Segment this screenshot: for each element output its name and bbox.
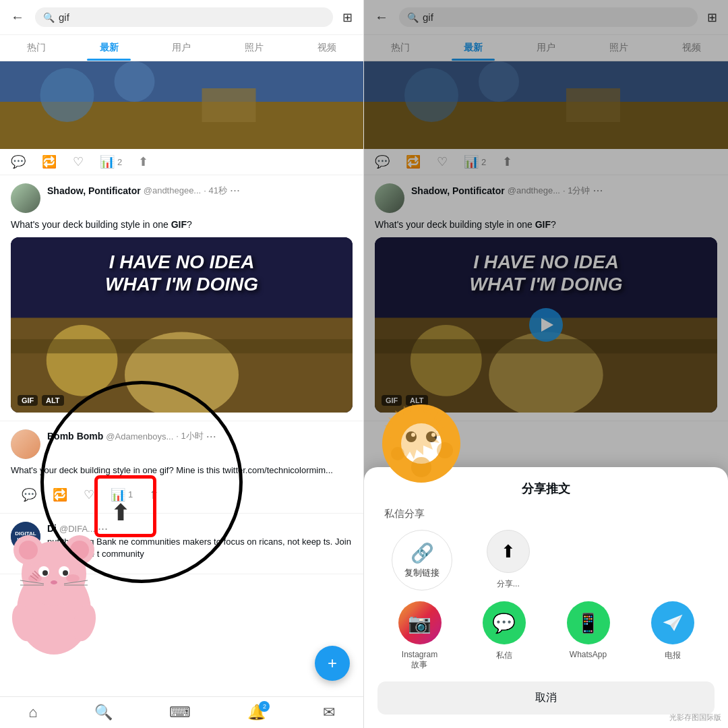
left-tab-users[interactable]: 用户 — [146, 35, 218, 61]
tweet2-header: Bomb Bomb @Adamenboys... · 1小时 ··· — [11, 429, 353, 459]
like-icon[interactable]: ♡ — [73, 154, 84, 169]
svg-point-2 — [40, 68, 94, 122]
right-panel: ← 🔍 gif ⊞ 热门 最新 用户 照片 视频 💬 🔁 ♡ — [364, 0, 728, 728]
t2-like-icon[interactable]: ♡ — [84, 487, 94, 502]
t2-share-icon[interactable]: ⬆ — [149, 488, 159, 502]
alt-badge: ALT — [42, 395, 64, 406]
tweet2-text: What's your deck building style in one g… — [11, 464, 353, 477]
cancel-button[interactable]: 取消 — [377, 681, 715, 715]
tweet1-time: · 41秒 — [204, 185, 227, 197]
instagram-label: Instagram故事 — [402, 650, 437, 671]
nav-keyboard[interactable]: ⌨ — [169, 704, 191, 721]
svg-point-18 — [42, 570, 48, 576]
copy-link-item[interactable]: 🔗 复制链接 — [392, 530, 452, 590]
system-share-label: 分享... — [497, 578, 520, 590]
whatsapp-icon-circle[interactable]: 📱 — [567, 601, 610, 644]
svg-point-3 — [115, 61, 155, 102]
telegram-item[interactable]: 电报 — [646, 601, 700, 661]
share-btn-container: ⬆ — [149, 487, 159, 502]
telegram-svg-icon — [661, 611, 685, 635]
left-tweet-1: Shadow, Pontificator @andthegee... · 41秒… — [0, 175, 363, 421]
stats-group: 📊 2 — [100, 154, 122, 169]
left-filter-icon[interactable]: ⊞ — [342, 10, 353, 25]
instagram-stories-item[interactable]: 📷 Instagram故事 — [393, 601, 447, 671]
left-tab-latest[interactable]: 最新 — [73, 35, 146, 61]
left-tab-trending[interactable]: 热门 — [0, 35, 73, 61]
left-tweet-2: Bomb Bomb @Adamenboys... · 1小时 ··· What'… — [0, 421, 363, 514]
stats-count: 2 — [117, 157, 122, 167]
nav-mail[interactable]: ✉ — [323, 704, 335, 721]
nav-search[interactable]: 🔍 — [94, 704, 113, 721]
fab-button[interactable]: + — [315, 646, 350, 681]
copy-link-text: 复制链接 — [404, 567, 439, 579]
messages-icon-circle[interactable]: 💬 — [483, 601, 526, 644]
nav-home[interactable]: ⌂ — [28, 704, 37, 721]
retweet-icon[interactable]: 🔁 — [42, 154, 57, 169]
svg-point-48 — [411, 457, 431, 477]
telegram-label: 电报 — [665, 650, 681, 661]
cartoon-mouse — [0, 523, 115, 661]
t2-retweet-icon[interactable]: 🔁 — [53, 487, 67, 502]
stats-icon[interactable]: 📊 — [100, 154, 115, 169]
svg-point-20 — [51, 580, 57, 584]
left-tab-videos[interactable]: 视频 — [291, 35, 363, 61]
tweet2-prefix: Bomb — [47, 431, 74, 442]
tweet2-time: · 1小时 — [176, 430, 203, 442]
tweet1-more[interactable]: ··· — [230, 183, 240, 198]
left-image-strip — [0, 61, 363, 149]
share-item[interactable]: ⬆ 分享... — [481, 530, 535, 590]
tweet1-name: Shadow, Pontificator — [47, 185, 141, 196]
share-sheet: 分享推文 私信分享 🔗 复制链接 ⬆ 分享... — [364, 467, 728, 728]
gif-badge: GIF — [18, 395, 38, 406]
whatsapp-item[interactable]: 📱 WhatsApp — [562, 601, 615, 659]
share-row-1: 🔗 复制链接 ⬆ 分享... — [377, 530, 715, 590]
svg-rect-4 — [202, 88, 256, 122]
copy-link-circle[interactable]: 🔗 复制链接 — [392, 530, 452, 590]
svg-point-49 — [391, 447, 404, 460]
svg-point-22 — [66, 574, 80, 582]
t2-comment-icon[interactable]: 💬 — [22, 487, 36, 502]
messages-item[interactable]: 💬 私信 — [477, 601, 531, 661]
t2-stats-count: 1 — [128, 489, 133, 499]
system-share-circle[interactable]: ⬆ — [487, 530, 530, 573]
tweet2-avatar — [11, 429, 40, 459]
left-back-button[interactable]: ← — [11, 9, 30, 25]
telegram-icon-circle[interactable] — [651, 601, 694, 644]
tweet2-handle: @Adamenboys... — [106, 431, 173, 442]
left-tab-photos[interactable]: 照片 — [218, 35, 291, 61]
share-icon-top[interactable]: ⬆ — [138, 154, 148, 169]
left-search-bar[interactable]: 🔍 gif — [35, 7, 333, 27]
donut-character — [377, 400, 465, 487]
tweet1-text: What's your deck building style in one G… — [11, 218, 353, 232]
tweet2-more[interactable]: ··· — [206, 429, 216, 444]
left-search-text: gif — [59, 11, 69, 23]
tweet2-actions: 💬 🔁 ♡ 📊 1 ⬆ — [11, 482, 353, 505]
left-search-icon: 🔍 — [43, 12, 55, 23]
copy-link-icon: 🔗 — [411, 542, 434, 564]
messages-icon: 💬 — [492, 612, 516, 634]
tweet1-avatar — [11, 183, 40, 213]
comment-icon[interactable]: 💬 — [11, 154, 26, 169]
svg-point-50 — [437, 442, 453, 458]
whatsapp-icon: 📱 — [576, 612, 600, 634]
tweet2-meta: Bomb Bomb @Adamenboys... · 1小时 ··· — [47, 429, 353, 444]
tweet1-meta: Shadow, Pontificator @andthegee... · 41秒… — [47, 183, 353, 198]
left-gif-container[interactable]: I HAVE NO IDEA WHAT I'M DOING GIF ALT — [11, 237, 353, 413]
instagram-icon: 📷 — [408, 612, 431, 634]
left-top-action-bar: 💬 🔁 ♡ 📊 2 ⬆ — [0, 149, 363, 175]
svg-point-7 — [47, 325, 118, 396]
left-header: ← 🔍 gif ⊞ — [0, 0, 363, 35]
nav-bell-container: 🔔 2 — [247, 704, 266, 721]
left-panel: ← 🔍 gif ⊞ 热门 最新 用户 照片 视频 💬 🔁 ♡ — [0, 0, 364, 728]
messages-label: 私信 — [496, 650, 512, 661]
whatsapp-label: WhatsApp — [570, 650, 607, 659]
svg-rect-9 — [11, 339, 353, 353]
nav-badge: 2 — [259, 701, 270, 712]
share-row-2: 📷 Instagram故事 💬 私信 📱 WhatsApp — [377, 601, 715, 671]
watermark: 光影存图国际版 — [669, 712, 721, 723]
dm-share-label: 私信分享 — [377, 508, 715, 520]
tweet1-handle: @andthegee... — [144, 185, 201, 195]
svg-point-19 — [63, 570, 68, 576]
svg-point-13 — [19, 541, 38, 559]
instagram-icon-circle[interactable]: 📷 — [398, 601, 442, 644]
